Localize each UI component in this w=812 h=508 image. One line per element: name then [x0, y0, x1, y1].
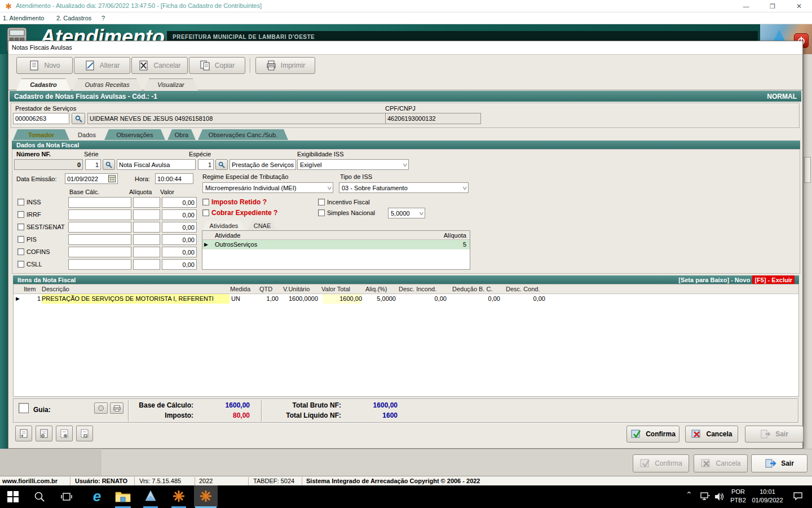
data-emissao-field[interactable]: 01/09/2022 [65, 173, 118, 184]
cofins-base-field[interactable] [68, 247, 131, 257]
especie-desc-field[interactable]: Prestação de Serviços [230, 159, 296, 170]
inss-base-field[interactable] [68, 197, 131, 208]
exigibilidade-select[interactable]: Exigível v [297, 159, 409, 170]
cpf-field[interactable]: 46206193000132 [385, 113, 481, 124]
inss-aliquota-field[interactable] [133, 197, 160, 208]
nav-prev-button[interactable] [36, 426, 52, 441]
imprimir-button[interactable]: Imprimir [255, 57, 315, 74]
csll-checkbox[interactable] [17, 261, 24, 268]
tab-outras-receitas[interactable]: Outras Receitas [73, 78, 142, 90]
tab-observacoes[interactable]: Observações [104, 129, 165, 140]
scrollbar-thumb[interactable] [804, 157, 811, 183]
tab-visualizar[interactable]: Visualizar [144, 78, 198, 90]
serie-lookup-button[interactable] [103, 159, 115, 170]
inss-checkbox[interactable] [17, 199, 24, 205]
csll-aliquota-field[interactable] [133, 259, 160, 270]
restore-button[interactable]: ❐ [760, 0, 785, 12]
cofins-aliquota-field[interactable] [133, 247, 160, 257]
outer-cancela-button[interactable]: Cancela [694, 454, 748, 472]
tab-cadastro[interactable]: Cadastro [16, 78, 70, 90]
menu-cadastros[interactable]: 2. Cadastros [56, 15, 91, 21]
network-icon[interactable] [700, 492, 710, 501]
hora-field[interactable]: 10:00:44 [155, 173, 193, 184]
speaker-icon[interactable] [714, 492, 724, 502]
menu-atendimento[interactable]: 1. Atendimento [3, 15, 44, 21]
fiorilli-taskbar-icon-1[interactable] [171, 489, 186, 503]
outer-sair-button[interactable]: Sair [751, 454, 807, 472]
especie-lookup-button[interactable] [215, 159, 228, 170]
mdi-right-scrollbar[interactable] [803, 54, 812, 449]
csll-valor-field[interactable]: 0,00 [162, 259, 197, 270]
fiorilli-taskbar-icon-2-active[interactable] [194, 485, 218, 507]
outer-confirma-button[interactable]: Confirma [633, 454, 689, 472]
tab-dados[interactable]: Dados [72, 129, 102, 140]
especie-field[interactable]: 1 [198, 159, 214, 170]
cofins-checkbox[interactable] [17, 248, 24, 255]
start-button[interactable] [7, 491, 20, 503]
irrf-checkbox[interactable] [17, 211, 24, 218]
tab-obs-canc[interactable]: Observações Canc./Sub. [198, 129, 288, 140]
minimize-button[interactable]: — [733, 0, 759, 12]
item-row[interactable]: ▶ 1 PRESTAÇÃO DE SERVIÇOS DE MOTORISTA I… [14, 294, 798, 304]
pis-valor-field[interactable]: 0,00 [162, 234, 197, 245]
app-taskbar-icon-blue[interactable] [143, 489, 158, 503]
novo-button[interactable]: Novo [16, 57, 73, 74]
alterar-button[interactable]: Alterar [74, 57, 130, 74]
guia-view-button[interactable] [94, 402, 108, 414]
tray-chevron-icon[interactable]: ⌃ [686, 490, 692, 499]
copiar-button[interactable]: Copiar [189, 57, 245, 74]
regime-select[interactable]: Microempresário Individual (MEI) v [202, 182, 333, 193]
simples-valor-select[interactable]: 5,0000 v [388, 208, 425, 218]
serie-field[interactable]: 1 [85, 159, 101, 170]
cobrar-expediente-checkbox[interactable] [202, 209, 209, 216]
confirma-button[interactable]: Confirma [626, 426, 679, 443]
irrf-aliquota-field[interactable] [133, 209, 160, 220]
cobrar-expediente-label: Cobrar Expediente ? [211, 209, 277, 217]
nav-next-button[interactable] [56, 426, 73, 441]
tab-cnae[interactable]: CNAE [248, 221, 277, 230]
inss-valor-field[interactable]: 0,00 [162, 197, 197, 208]
prestador-name-field[interactable]: UIDEMAR NEVES DE JESUS 04926158108 [87, 113, 386, 124]
pis-checkbox[interactable] [17, 236, 24, 243]
simples-checkbox[interactable] [318, 209, 325, 216]
incentivo-checkbox[interactable] [318, 199, 325, 205]
cancela-button[interactable]: Cancela [685, 426, 738, 443]
ie-taskbar-icon[interactable]: e [88, 488, 106, 505]
pis-aliquota-field[interactable] [133, 234, 160, 245]
numero-nf-field[interactable]: 0 [14, 159, 83, 170]
serie-desc-field[interactable]: Nota Fiscal Avulsa [117, 159, 196, 170]
calendar-icon[interactable] [108, 175, 116, 182]
guia-print-button[interactable] [110, 402, 123, 414]
irrf-valor-field[interactable]: 0,00 [162, 209, 197, 220]
task-view-icon[interactable] [61, 491, 72, 502]
taskbar-search-icon[interactable] [34, 491, 45, 502]
nav-last-button[interactable] [76, 426, 93, 441]
pis-base-field[interactable] [68, 234, 131, 245]
menu-help[interactable]: ? [102, 15, 105, 21]
imposto-retido-checkbox[interactable] [202, 199, 209, 205]
guia-checkbox[interactable] [19, 403, 29, 413]
tab-atividades[interactable]: Atividades [202, 221, 245, 230]
tab-obra[interactable]: Obra [167, 129, 196, 140]
prestador-code-field[interactable]: 000006263 [13, 113, 69, 124]
prestador-lookup-button[interactable] [72, 113, 85, 124]
tray-clock[interactable]: 10:01 01/09/2022 [750, 488, 785, 505]
atividade-row[interactable]: ▶ OutrosServiços 5 [202, 240, 470, 249]
col-aliq: Aliq.(%) [365, 286, 387, 292]
sest-checkbox[interactable] [17, 224, 24, 230]
sair-button-disabled[interactable]: Sair [745, 426, 804, 443]
tab-tomador[interactable]: Tomador [13, 129, 69, 140]
irrf-base-field[interactable] [68, 209, 131, 220]
tipo-iss-select[interactable]: 03 - Sobre Faturamento v [339, 182, 469, 193]
cofins-valor-field[interactable]: 0,00 [162, 247, 197, 257]
sest-base-field[interactable] [68, 222, 131, 233]
sest-valor-field[interactable]: 0,00 [162, 222, 197, 233]
cancelar-button[interactable]: Cancelar [131, 57, 188, 74]
nav-first-button[interactable] [15, 426, 32, 441]
sest-aliquota-field[interactable] [133, 222, 160, 233]
explorer-taskbar-icon[interactable] [115, 490, 131, 502]
action-center-icon[interactable] [793, 492, 803, 501]
close-button[interactable]: ✕ [786, 0, 812, 12]
tray-language[interactable]: POR PTB2 [729, 488, 748, 505]
csll-base-field[interactable] [68, 259, 131, 270]
